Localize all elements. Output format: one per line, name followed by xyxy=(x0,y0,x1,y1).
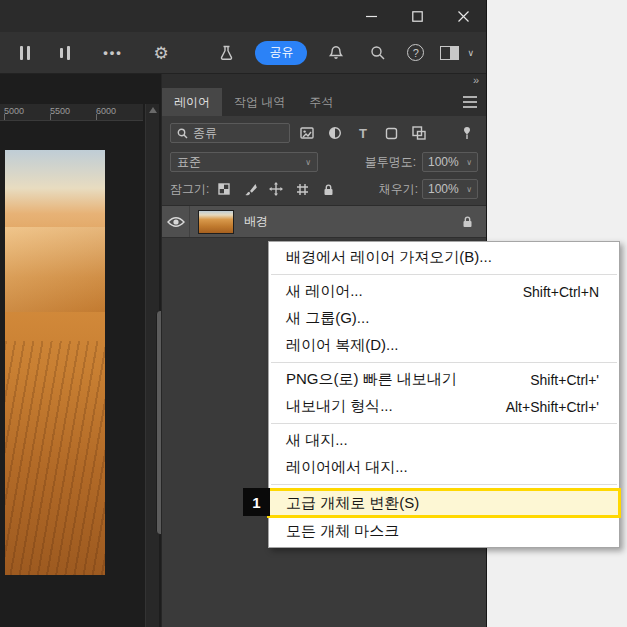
lock-transparent-pixels-icon[interactable] xyxy=(213,179,235,199)
layer-row-background[interactable]: 배경 xyxy=(162,206,486,238)
layer-context-menu: 배경에서 레이어 가져오기(B)... 새 레이어...Shift+Ctrl+N… xyxy=(268,241,620,548)
horizontal-ruler: 5000 5500 6000 xyxy=(0,104,143,121)
menu-item-convert-to-smart-object[interactable]: 고급 개체로 변환(S) xyxy=(267,488,621,518)
panel-menu-icon[interactable] xyxy=(454,88,486,116)
minimize-icon xyxy=(366,11,377,22)
filter-adjustment-layers-icon[interactable] xyxy=(324,123,346,143)
filter-shape-layers-icon[interactable] xyxy=(380,123,402,143)
share-button[interactable]: 공유 xyxy=(255,41,307,65)
tab-layers[interactable]: 레이어 xyxy=(162,88,222,116)
menu-item-duplicate-layer[interactable]: 레이어 복제(D)... xyxy=(269,332,619,359)
layer-name: 배경 xyxy=(244,213,268,230)
filter-kind-label: 종류 xyxy=(193,125,217,142)
menu-separator xyxy=(271,362,617,363)
canvas-image[interactable] xyxy=(5,150,105,575)
blend-mode-select[interactable]: 표준 ∨ xyxy=(170,152,318,172)
align-icon[interactable] xyxy=(52,39,78,67)
lock-label: 잠그기: xyxy=(170,181,209,198)
maximize-icon xyxy=(412,11,423,22)
menu-item-mask-all-objects[interactable]: 모든 개체 마스크 xyxy=(269,518,619,545)
sand-ripples xyxy=(5,341,105,575)
filter-type-layers-icon[interactable]: T xyxy=(352,123,374,143)
chevron-down-icon: ∨ xyxy=(305,158,311,167)
search-icon[interactable] xyxy=(365,39,391,67)
layer-lock-badge[interactable] xyxy=(461,215,474,228)
menu-item-layer-from-background[interactable]: 배경에서 레이어 가져오기(B)... xyxy=(269,244,619,271)
maximize-button[interactable] xyxy=(394,0,440,32)
panel-toggle-icon[interactable] xyxy=(440,46,459,60)
menu-item-new-group[interactable]: 새 그룹(G)... xyxy=(269,305,619,332)
collapse-panels-icon[interactable]: » xyxy=(162,74,486,88)
minimize-button[interactable] xyxy=(348,0,394,32)
lock-icon xyxy=(461,215,474,228)
canvas-area: 5000 5500 6000 xyxy=(0,74,161,627)
dune-highlight xyxy=(5,227,105,312)
tab-notes[interactable]: 주석 xyxy=(297,88,345,116)
layer-visibility-toggle[interactable] xyxy=(162,206,190,237)
menu-separator xyxy=(271,423,617,424)
filter-pixel-layers-icon[interactable] xyxy=(296,123,318,143)
menu-item-export-as[interactable]: 내보내기 형식...Alt+Shift+Ctrl+' xyxy=(269,393,619,420)
search-icon xyxy=(177,128,188,139)
step-badge: 1 xyxy=(243,488,270,516)
layer-thumbnail[interactable] xyxy=(198,210,234,234)
menu-separator xyxy=(271,274,617,275)
opacity-label: 불투명도: xyxy=(365,154,416,171)
lock-position-icon[interactable] xyxy=(265,179,287,199)
ruler-tick-label: 5000 xyxy=(4,106,24,116)
lock-all-icon[interactable] xyxy=(317,179,339,199)
chevron-down-icon: ∨ xyxy=(466,158,472,167)
filter-pin-icon[interactable] xyxy=(456,123,478,143)
menu-separator xyxy=(271,484,617,485)
fill-input[interactable]: 100% ∨ xyxy=(422,179,478,199)
menu-item-artboard-from-layers[interactable]: 레이어에서 대지... xyxy=(269,454,619,481)
opacity-input[interactable]: 100% ∨ xyxy=(422,152,478,172)
menu-item-quick-export-png[interactable]: PNG으(로) 빠른 내보내기Shift+Ctrl+' xyxy=(269,366,619,393)
beaker-icon[interactable] xyxy=(213,39,239,67)
tab-history[interactable]: 작업 내역 xyxy=(222,88,297,116)
lock-image-pixels-icon[interactable] xyxy=(239,179,261,199)
lock-artboard-nesting-icon[interactable] xyxy=(291,179,313,199)
eye-icon xyxy=(167,216,185,228)
more-options-icon[interactable]: ••• xyxy=(100,39,126,67)
fill-label: 채우기: xyxy=(379,181,418,198)
blend-mode-value: 표준 xyxy=(177,154,201,171)
close-icon xyxy=(458,11,469,22)
help-icon[interactable]: ? xyxy=(407,44,424,61)
titlebar xyxy=(0,0,486,32)
ruler-tick-label: 6000 xyxy=(96,106,116,116)
lock-fill-row: 잠그기: xyxy=(162,176,486,202)
opacity-value: 100% xyxy=(428,155,459,169)
fill-value: 100% xyxy=(428,182,459,196)
gear-icon[interactable]: ⚙ xyxy=(148,39,174,67)
blend-opacity-row: 표준 ∨ 불투명도: 100% ∨ xyxy=(162,148,486,176)
close-button[interactable] xyxy=(440,0,486,32)
screenshot-root: ••• ⚙ 공유 ? ∨ 5 xyxy=(0,0,627,627)
filter-smart-objects-icon[interactable] xyxy=(408,123,430,143)
scroll-up-icon[interactable] xyxy=(149,107,157,113)
menu-item-new-layer[interactable]: 새 레이어...Shift+Ctrl+N xyxy=(269,278,619,305)
chevron-down-icon[interactable]: ∨ xyxy=(467,48,474,58)
layer-filter-row: 종류 T xyxy=(162,118,486,148)
menu-item-new-artboard[interactable]: 새 대지... xyxy=(269,427,619,454)
distribute-icon[interactable] xyxy=(12,39,38,67)
filter-kind-select[interactable]: 종류 xyxy=(170,123,290,143)
panel-tabbar: 레이어 작업 내역 주석 xyxy=(162,88,486,116)
bell-icon[interactable] xyxy=(323,39,349,67)
vertical-scrollbar[interactable] xyxy=(145,104,159,627)
ruler-tick-label: 5500 xyxy=(50,106,70,116)
chevron-down-icon: ∨ xyxy=(466,185,472,194)
app-toolbar: ••• ⚙ 공유 ? ∨ xyxy=(0,32,486,74)
